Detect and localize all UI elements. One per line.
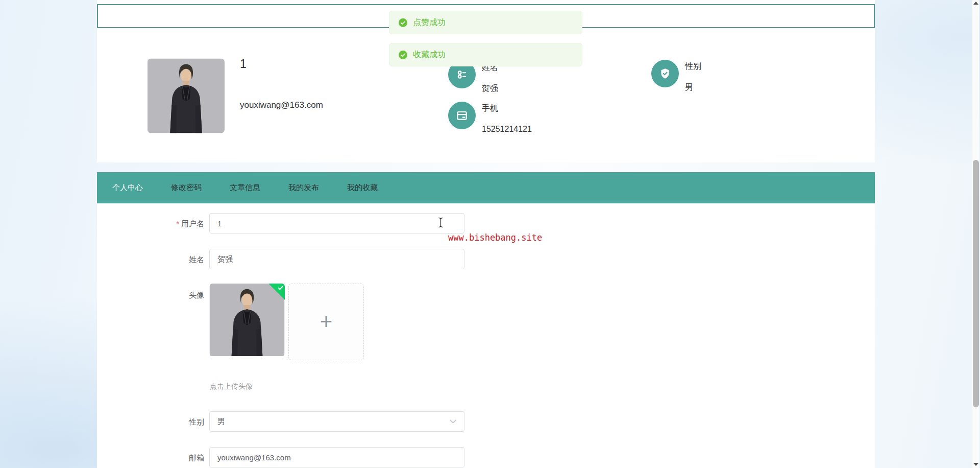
profile-avatar [148, 58, 225, 133]
badge-check-icon [277, 285, 284, 291]
required-asterisk: * [177, 220, 179, 228]
avatar-label: 头像 [112, 290, 204, 300]
gender-label: 性别 [112, 417, 204, 427]
page-scrollbar[interactable] [972, 0, 979, 468]
tab-article-info[interactable]: 文章信息 [230, 183, 260, 193]
watermark-text: www.bishebang.site [448, 232, 542, 243]
gender-value: 男 [217, 417, 450, 427]
profile-username: 1 [240, 57, 247, 71]
avatar-upload-box[interactable]: + [288, 284, 364, 360]
tab-change-password[interactable]: 修改密码 [171, 183, 202, 193]
tab-my-posts[interactable]: 我的发布 [288, 183, 319, 193]
realname-input[interactable] [209, 249, 464, 269]
text-cursor [438, 217, 444, 228]
success-check-icon [399, 18, 407, 27]
email-input[interactable] [209, 447, 464, 467]
info-value: 贺强 [482, 83, 498, 94]
info-label: 性别 [685, 61, 701, 72]
toast-favorite-success: 收藏成功 [389, 43, 582, 66]
info-label: 手机 [482, 103, 532, 114]
success-check-icon [399, 51, 407, 59]
info-texts: 手机 15251214121 [482, 102, 532, 135]
username-input[interactable] [209, 213, 464, 233]
profile-form: *用户名 www.bishebang.site 姓名 头像 + 点击上传头像 性… [97, 203, 875, 468]
upload-hint: 点击上传头像 [210, 382, 253, 391]
toast-message: 收藏成功 [413, 50, 446, 60]
avatar-thumbnail[interactable] [209, 284, 285, 356]
info-texts: 性别 男 [685, 60, 701, 93]
tab-my-favorites[interactable]: 我的收藏 [347, 183, 378, 193]
scrollbar-thumb[interactable] [973, 160, 979, 407]
username-label: *用户名 [112, 219, 204, 229]
bank-card-icon [448, 102, 476, 129]
tab-personal-center[interactable]: 个人中心 [112, 183, 143, 193]
avatar-photo [148, 58, 225, 133]
info-value: 15251214121 [482, 124, 532, 135]
realname-label: 姓名 [112, 254, 204, 265]
toast-like-success: 点赞成功 [389, 11, 582, 34]
shield-check-icon [651, 60, 679, 87]
chevron-down-icon [450, 419, 456, 424]
plus-icon: + [320, 311, 333, 333]
profile-tabs: 个人中心 修改密码 文章信息 我的发布 我的收藏 [97, 172, 875, 203]
profile-email: youxiwang@163.com [240, 100, 323, 110]
info-value: 男 [685, 82, 701, 93]
profile-info-phone: 手机 15251214121 [448, 102, 532, 135]
scrollbar-up-arrow[interactable] [973, 2, 978, 5]
toast-message: 点赞成功 [413, 17, 446, 28]
profile-info-gender: 性别 男 [651, 60, 701, 93]
gender-select[interactable]: 男 [209, 411, 464, 432]
scrollbar-down-arrow[interactable] [973, 463, 978, 466]
email-label: 邮箱 [112, 453, 204, 463]
